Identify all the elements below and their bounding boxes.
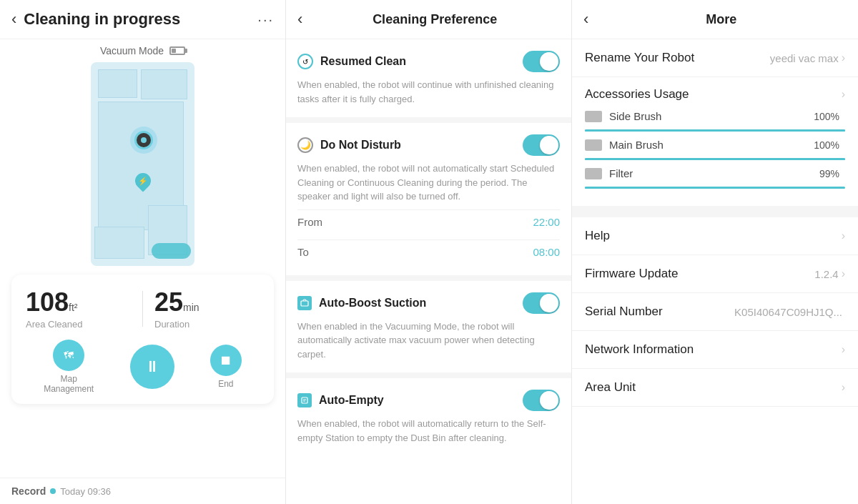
svg-rect-0: [301, 301, 308, 306]
pause-button[interactable]: ⏸: [130, 345, 174, 389]
main-brush-row: Main Brush 100%: [585, 139, 845, 160]
duration-label: Duration: [154, 319, 260, 330]
stats-row: 108ft² Area Cleaned 25min Duration: [26, 287, 260, 330]
main-brush-pct: 100%: [814, 139, 839, 151]
firmware-chevron-icon: ›: [842, 267, 845, 280]
auto-empty-desc: When enabled, the robot will automatical…: [297, 417, 560, 445]
rename-robot-item[interactable]: Rename Your Robot yeedi vac max ›: [572, 39, 858, 77]
charging-pin-icon: [132, 169, 154, 192]
resumed-clean-title: Resumed Clean: [320, 55, 523, 68]
side-brush-pct: 100%: [814, 111, 839, 122]
filter-label: Filter: [609, 167, 819, 179]
filter-row: Filter 99%: [585, 167, 845, 189]
network-info-label: Network Information: [585, 342, 842, 357]
charging-station-marker: [135, 173, 151, 193]
accessories-usage-block: Accessories Usage › Side Brush 100% Main…: [572, 77, 858, 212]
auto-boost-toggle[interactable]: [523, 292, 560, 314]
pause-icon: ⏸: [130, 345, 174, 389]
area-unit-item[interactable]: Area Unit ›: [572, 369, 858, 407]
to-time-row[interactable]: To 08:00: [297, 239, 560, 264]
end-button[interactable]: ⏹ End: [210, 345, 242, 389]
map-management-button[interactable]: 🗺 MapManagement: [44, 340, 94, 394]
panel2-content: ↺ Resumed Clean When enabled, the robot …: [286, 39, 571, 504]
section-divider: [572, 212, 858, 217]
firmware-label: Firmware Update: [585, 267, 814, 281]
dock-icon: [152, 243, 191, 259]
stats-card: 108ft² Area Cleaned 25min Duration 🗺 Map…: [11, 275, 274, 404]
serial-number-item: Serial Number K05I40647C09HJ1Q...: [572, 293, 858, 331]
serial-number-label: Serial Number: [585, 305, 734, 319]
auto-boost-title: Auto-Boost Suction: [319, 297, 523, 310]
area-unit-chevron-icon: ›: [842, 381, 845, 394]
to-label: To: [297, 246, 309, 258]
panel3-title: More: [596, 12, 847, 27]
auto-boost-desc: When enabled in the Vacuuming Mode, the …: [297, 320, 560, 362]
more-options-button[interactable]: ···: [257, 11, 274, 28]
duration-block: 25min Duration: [154, 287, 260, 330]
record-bar: Record Today 09:36: [0, 478, 285, 504]
side-brush-row: Side Brush 100%: [585, 110, 845, 132]
from-value: 22:00: [533, 216, 560, 228]
robot-position-marker: [130, 127, 157, 154]
auto-empty-section: Auto-Empty When enabled, the robot will …: [286, 378, 571, 456]
map-management-label: MapManagement: [44, 374, 94, 394]
vacuum-mode-bar: Vacuum Mode: [0, 39, 285, 62]
rename-robot-value: yeedi vac max: [770, 52, 839, 64]
resumed-clean-desc: When enabled, the robot will continue wi…: [297, 78, 560, 106]
main-brush-icon: [585, 139, 602, 151]
side-brush-bar: [585, 129, 845, 132]
panel2-title: Cleaning Preference: [310, 12, 560, 27]
panel3-header: ‹ More: [572, 0, 858, 39]
side-brush-icon: [585, 111, 602, 122]
vacuum-mode-label: Vacuum Mode: [100, 45, 164, 56]
panel2-back-button[interactable]: ‹: [297, 10, 302, 29]
resumed-clean-toggle[interactable]: [523, 51, 560, 72]
main-brush-label: Main Brush: [609, 139, 814, 151]
accessories-chevron-icon: ›: [842, 88, 845, 101]
network-information-item[interactable]: Network Information ›: [572, 331, 858, 369]
firmware-update-item[interactable]: Firmware Update 1.2.4 ›: [572, 255, 858, 293]
cleaning-map: [91, 62, 194, 266]
end-label: End: [218, 379, 233, 389]
main-brush-bar: [585, 158, 845, 160]
do-not-disturb-section: 🌙 Do Not Disturb When enabled, the robot…: [286, 123, 571, 281]
filter-bar-fill: [585, 187, 842, 189]
do-not-disturb-row: 🌙 Do Not Disturb: [297, 134, 560, 156]
back-button[interactable]: ‹: [11, 10, 16, 29]
resumed-clean-section: ↺ Resumed Clean When enabled, the robot …: [286, 39, 571, 123]
robot-dot: [141, 137, 147, 143]
area-cleaned-block: 108ft² Area Cleaned: [26, 287, 131, 330]
panel1-header: ‹ Cleaning in progress ···: [0, 0, 285, 39]
auto-boost-icon: [297, 296, 312, 310]
stats-divider: [142, 291, 143, 327]
panel2-header: ‹ Cleaning Preference: [286, 0, 571, 39]
filter-bar: [585, 187, 845, 189]
do-not-disturb-title: Do Not Disturb: [320, 139, 523, 152]
rename-chevron-icon: ›: [842, 51, 845, 64]
controls-row: 🗺 MapManagement ⏸ ⏹ End: [26, 340, 260, 394]
robot-body: [134, 131, 153, 149]
side-brush-bar-fill: [585, 129, 845, 132]
record-time: Today 09:36: [60, 486, 111, 497]
panel-cleaning-preference: ‹ Cleaning Preference ↺ Resumed Clean Wh…: [286, 0, 572, 504]
svg-rect-1: [302, 397, 307, 403]
do-not-disturb-toggle[interactable]: [523, 134, 560, 156]
main-brush-bar-fill: [585, 158, 845, 160]
duration-value: 25min: [154, 287, 260, 317]
record-dot: [50, 488, 56, 494]
resumed-clean-row: ↺ Resumed Clean: [297, 51, 560, 72]
filter-pct: 99%: [819, 168, 839, 179]
help-label: Help: [585, 229, 842, 243]
resumed-clean-icon: ↺: [297, 54, 313, 69]
do-not-disturb-desc: When enabled, the robot will not automat…: [297, 162, 560, 204]
auto-boost-section: Auto-Boost Suction When enabled in the V…: [286, 281, 571, 379]
rename-robot-label: Rename Your Robot: [585, 51, 770, 65]
help-item[interactable]: Help ›: [572, 217, 858, 255]
serial-number-value: K05I40647C09HJ1Q...: [734, 306, 842, 318]
map-room: [141, 69, 187, 99]
auto-empty-title: Auto-Empty: [319, 394, 523, 407]
auto-empty-toggle[interactable]: [523, 390, 560, 411]
panel3-back-button[interactable]: ‹: [583, 10, 588, 29]
from-time-row[interactable]: From 22:00: [297, 209, 560, 234]
panel-more: ‹ More Rename Your Robot yeedi vac max ›…: [572, 0, 858, 504]
